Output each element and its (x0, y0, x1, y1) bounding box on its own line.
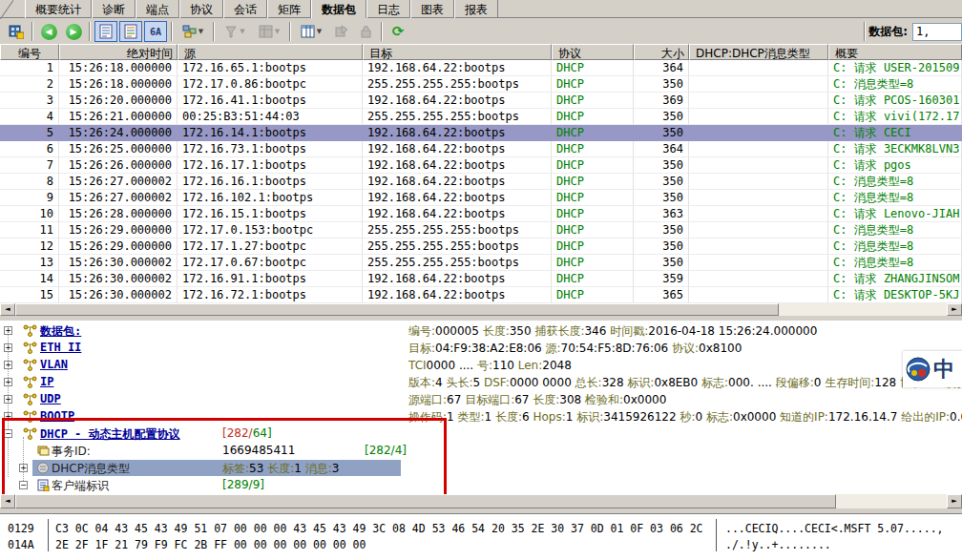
expand-toggle-icon[interactable]: + (4, 412, 12, 421)
tab-strip-corner (0, 0, 25, 18)
cell-col0: 11 (0, 222, 59, 239)
expand-toggle-icon[interactable]: + (19, 464, 28, 472)
tab-1[interactable]: 诊断 (92, 0, 136, 18)
cell-col6 (689, 239, 828, 255)
cell-col1: 15:26:30.000002 (59, 271, 178, 287)
decode-row-packet[interactable]: +数据包:编号:000005 长度:350 捕获长度:346 时间戳:2016-… (0, 322, 962, 340)
packet-row-4[interactable]: 415:26:21.00000000:25:B3:51:44:03255.255… (0, 109, 962, 125)
cell-col2: 172.16.41.1:bootps (178, 93, 363, 109)
forward-button[interactable]: ▶ (62, 21, 85, 42)
column-header-0[interactable]: 编号 (0, 44, 59, 60)
decode-row-bootp[interactable]: +BOOTP操作码:1 类型:1 长度:6 Hops:1 标识:34159261… (0, 408, 962, 425)
packet-list-view-button[interactable] (94, 21, 117, 42)
packet-row-2[interactable]: 215:26:18.000000172.17.0.86:bootpc255.25… (0, 76, 962, 93)
toolbar-separator (171, 22, 173, 41)
tab-8[interactable]: 图表 (410, 0, 454, 18)
packet-row-1[interactable]: 115:26:18.000000172.16.65.1:bootps192.16… (0, 60, 962, 76)
decode-row-dhcp[interactable]: −DHCP - 动态主机配置协议[282/64] (0, 425, 962, 443)
column-header-6[interactable]: DHCP:DHCP消息类型 (689, 44, 828, 60)
collapse-toggle-icon[interactable]: − (19, 481, 28, 489)
expand-toggle-icon[interactable]: + (4, 343, 12, 352)
table-h-scrollbar[interactable]: ◄ ► (0, 303, 962, 316)
decode-row-vlan[interactable]: +VLANTCI0000 .... 号:110 Len:2048 (0, 357, 962, 374)
cell-col4: DHCP (552, 255, 634, 271)
expand-toggle-icon[interactable]: + (4, 378, 12, 386)
forward-icon: ▶ (66, 24, 82, 40)
tab-0[interactable]: 概要统计 (25, 0, 92, 18)
node-explorer-button[interactable] (5, 21, 28, 42)
packet-row-3[interactable]: 315:26:20.000000172.16.41.1:bootps192.16… (0, 93, 962, 109)
field-decode-view-button[interactable] (119, 21, 142, 42)
tab-7[interactable]: 日志 (366, 0, 410, 18)
protocol-icon (23, 393, 37, 406)
decode-row-ip[interactable]: +IP版本:4 头长:5 DSF:0000 0000 总长:328 标识:0x8… (0, 374, 962, 391)
column-header-1[interactable]: 绝对时间 (59, 44, 178, 60)
hex-divider (716, 519, 717, 551)
column-header-2[interactable]: 源 (178, 44, 363, 60)
tab-5[interactable]: 矩阵 (267, 0, 311, 18)
stack-icon (36, 445, 51, 458)
cell-col5: 350 (634, 239, 689, 255)
expand-toggle-icon[interactable]: + (4, 361, 12, 369)
tab-9[interactable]: 报表 (454, 0, 498, 18)
cell-col4: DHCP (552, 60, 634, 76)
packet-row-13[interactable]: 1315:26:30.000002172.17.0.67:bootpc255.2… (0, 255, 962, 271)
expand-toggle-icon[interactable]: + (4, 395, 12, 404)
cell-col6 (689, 93, 828, 109)
decode-value-udp: 源端口:67 目标端口:67 长度:308 检验和:0x0000 (408, 392, 666, 408)
expand-toggle-icon[interactable]: + (4, 326, 12, 335)
tab-3[interactable]: 协议 (179, 0, 223, 18)
tab-2[interactable]: 端点 (136, 0, 179, 18)
decode-row-udp[interactable]: +UDP源端口:67 目标端口:67 长度:308 检验和:0x0000 (0, 391, 962, 408)
display-format-button[interactable]: ▼ (177, 21, 209, 42)
protocol-icon (23, 324, 37, 338)
decode-value-eth-ii: 目标:04:F9:38:A2:E8:06 源:70:54:F5:8D:76:06… (408, 341, 742, 357)
scroll-thumb[interactable] (15, 494, 836, 508)
decode-row-dhcp-message-type[interactable]: +DHCP消息类型标签:53 长度:1 消息:3 (0, 460, 962, 477)
cell-col4: DHCP (552, 271, 634, 287)
graph-icon (259, 25, 273, 38)
hex-view-button[interactable]: 6A (144, 21, 167, 42)
packet-row-15[interactable]: 1515:26:30.000002172.16.72.1:bootps192.1… (0, 287, 962, 303)
export-button (329, 21, 352, 42)
column-header-7[interactable]: 概要 (828, 44, 962, 60)
packet-row-12[interactable]: 1215:26:29.000000172.17.1.27:bootpc255.2… (0, 239, 962, 255)
packet-row-5[interactable]: 515:26:24.000000172.16.14.1:bootps192.16… (0, 125, 962, 141)
decode-h-scrollbar[interactable]: ◄ ► (0, 494, 962, 508)
scroll-left-button[interactable]: ◄ (0, 303, 15, 316)
cell-col2: 172.16.102.1:bootps (178, 190, 363, 206)
collapse-toggle-icon[interactable]: − (4, 429, 12, 438)
cell-col1: 15:26:30.000002 (59, 287, 178, 303)
packet-table-body: 115:26:18.000000172.16.65.1:bootps192.16… (0, 60, 962, 303)
cell-col0: 1 (0, 60, 59, 76)
packet-row-8[interactable]: 815:26:27.000002172.16.16.1:bootps192.16… (0, 174, 962, 190)
tab-4[interactable]: 会话 (223, 0, 267, 18)
cell-col6 (689, 109, 828, 125)
toolbar-separator (381, 22, 383, 41)
packet-row-11[interactable]: 1115:26:29.000000172.17.0.153:bootpc255.… (0, 222, 962, 239)
column-settings-button[interactable]: ▼ (295, 21, 327, 42)
refresh-icon: ⟳ (392, 23, 405, 40)
refresh-button[interactable]: ⟳ (387, 21, 409, 42)
scroll-right-button[interactable]: ► (947, 494, 962, 508)
column-header-5[interactable]: 大小 (634, 44, 689, 60)
decode-row-eth-ii[interactable]: +ETH II目标:04:F9:38:A2:E8:06 源:70:54:F5:8… (0, 340, 962, 357)
packet-row-10[interactable]: 1015:26:28.000000172.16.15.1:bootps192.1… (0, 206, 962, 222)
decode-row-client-id[interactable]: −客户端标识[289/9] (0, 477, 962, 494)
packet-row-14[interactable]: 1415:26:30.000002172.16.91.1:bootps192.1… (0, 271, 962, 287)
packet-row-9[interactable]: 915:26:27.000002172.16.102.1:bootps192.1… (0, 190, 962, 206)
decode-row-transaction-id[interactable]: 事务ID:1669485411[282/4] (0, 443, 962, 460)
packet-row-6[interactable]: 615:26:25.000000172.16.73.1:bootps192.16… (0, 141, 962, 157)
cell-col7: C: 请求 pgos (828, 157, 962, 174)
tab-active-6[interactable]: 数据包 (311, 0, 366, 18)
column-header-3[interactable]: 目标 (363, 44, 552, 60)
column-header-4[interactable]: 协议 (552, 44, 634, 60)
cell-col0: 12 (0, 239, 59, 255)
packet-row-7[interactable]: 715:26:26.000000172.16.17.1:bootps192.16… (0, 157, 962, 174)
toolbar-separator (89, 22, 91, 41)
scroll-left-button[interactable]: ◄ (0, 494, 15, 508)
scroll-right-button[interactable]: ► (947, 303, 962, 316)
back-button[interactable]: ◀ (37, 21, 60, 42)
protocol-icon (23, 376, 37, 389)
scroll-thumb[interactable] (15, 303, 779, 316)
